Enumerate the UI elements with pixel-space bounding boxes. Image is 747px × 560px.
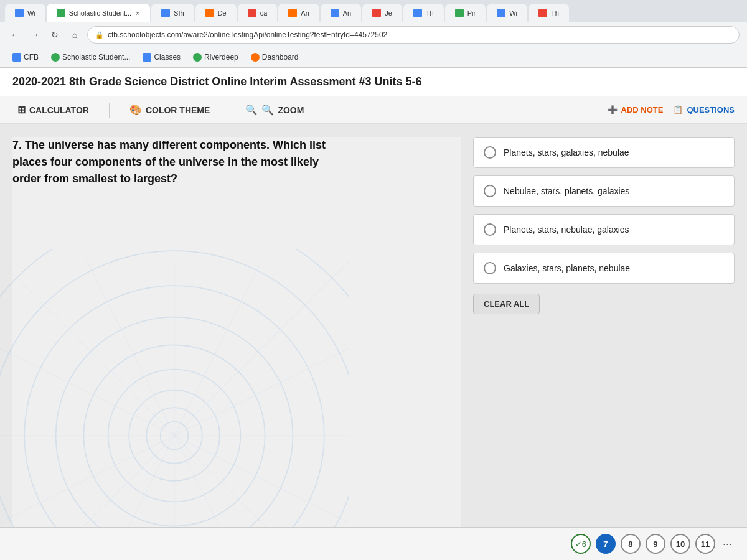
tab-an2[interactable]: An bbox=[321, 4, 361, 22]
tab-th[interactable]: Th bbox=[403, 4, 444, 22]
tab-classes[interactable]: SIh bbox=[151, 4, 194, 22]
bookmark-scholastic[interactable]: Scholastic Student... bbox=[46, 51, 135, 63]
tab-favicon-je bbox=[372, 9, 381, 17]
tab-favicon-de bbox=[205, 9, 214, 17]
calculator-button[interactable]: ⊞ CALCULATOR bbox=[12, 101, 94, 118]
tab-favicon-ca bbox=[248, 9, 256, 17]
bookmark-favicon-dashboard bbox=[251, 53, 260, 62]
tab-scholastic[interactable]: Scholastic Student... ✕ bbox=[47, 4, 150, 22]
tab-favicon-an2 bbox=[331, 9, 339, 17]
test-container: 2020-2021 8th Grade Science District Onl… bbox=[0, 68, 747, 560]
toolbar: ⊞ CALCULATOR 🎨 COLOR THEME 🔍 🔍 ZOOM ➕ AD… bbox=[0, 96, 747, 124]
toolbar-divider-1 bbox=[109, 103, 110, 118]
q-nav-6[interactable]: ✓6 bbox=[571, 534, 591, 554]
color-theme-button[interactable]: 🎨 COLOR THEME bbox=[125, 101, 215, 118]
answer-text-b: Nebulae, stars, planets, galaxies bbox=[504, 186, 629, 196]
bookmarks-bar: CFB Scholastic Student... Classes Riverd… bbox=[0, 47, 747, 67]
question-right: Planets, stars, galaxies, nebulae Nebula… bbox=[473, 137, 735, 548]
add-note-button[interactable]: ➕ ADD NOTE bbox=[608, 105, 664, 114]
tab-bar: Wi Scholastic Student... ✕ SIh De ca An … bbox=[0, 0, 747, 22]
tab-je[interactable]: Je bbox=[362, 4, 402, 22]
answer-text-c: Planets, stars, nebulae, galaxies bbox=[504, 225, 629, 235]
q-nav-11[interactable]: 11 bbox=[695, 534, 715, 554]
radio-c[interactable] bbox=[484, 223, 496, 236]
radio-a[interactable] bbox=[484, 146, 496, 159]
toolbar-divider-2 bbox=[230, 103, 230, 118]
questions-button[interactable]: 📋 QUESTIONS bbox=[673, 105, 735, 114]
reload-button[interactable]: ↻ bbox=[47, 27, 62, 42]
bookmark-label-classes: Classes bbox=[154, 53, 181, 62]
tab-favicon-an1 bbox=[288, 9, 297, 17]
answer-text-a: Planets, stars, galaxies, nebulae bbox=[504, 147, 629, 157]
tab-de[interactable]: De bbox=[195, 4, 237, 22]
address-text: cfb.schoolobjects.com/aware2/onlineTesti… bbox=[108, 30, 387, 39]
zoom-out-icon[interactable]: 🔍 bbox=[245, 104, 258, 116]
color-theme-icon: 🎨 bbox=[129, 104, 142, 116]
tab-favicon-pir bbox=[455, 9, 464, 17]
forward-button[interactable]: → bbox=[27, 27, 42, 42]
bookmark-classes[interactable]: Classes bbox=[138, 51, 186, 63]
calculator-icon: ⊞ bbox=[17, 104, 26, 116]
tab-th2[interactable]: Th bbox=[529, 4, 569, 22]
q-nav-7[interactable]: 7 bbox=[596, 534, 616, 554]
tab-favicon-wi bbox=[15, 9, 24, 17]
clear-all-button[interactable]: CLEAR ALL bbox=[473, 294, 540, 314]
q-nav-8[interactable]: 8 bbox=[621, 534, 641, 554]
answer-option-a[interactable]: Planets, stars, galaxies, nebulae bbox=[473, 137, 735, 168]
tab-wi2[interactable]: Wi bbox=[487, 4, 527, 22]
answer-option-b[interactable]: Nebulae, stars, planets, galaxies bbox=[473, 175, 735, 207]
bookmark-dashboard[interactable]: Dashboard bbox=[246, 51, 304, 63]
tab-favicon-scholastic bbox=[57, 9, 65, 17]
tab-favicon-classes bbox=[161, 9, 170, 17]
calculator-label: CALCULATOR bbox=[29, 105, 89, 115]
questions-label: QUESTIONS bbox=[687, 105, 735, 114]
tab-favicon-th bbox=[413, 9, 422, 17]
address-bar-row: ← → ↻ ⌂ 🔒 cfb.schoolobjects.com/aware2/o… bbox=[0, 22, 747, 47]
q-nav-9[interactable]: 9 bbox=[646, 534, 665, 554]
tab-ca[interactable]: ca bbox=[238, 4, 278, 22]
bookmark-label-scholastic: Scholastic Student... bbox=[62, 53, 130, 62]
bookmark-label-riverdeep: Riverdeep bbox=[204, 53, 238, 62]
zoom-group: 🔍 🔍 ZOOM bbox=[245, 104, 304, 116]
toolbar-right: ➕ ADD NOTE 📋 QUESTIONS bbox=[608, 105, 735, 114]
address-bar[interactable]: 🔒 cfb.schoolobjects.com/aware2/onlineTes… bbox=[87, 26, 740, 44]
answer-option-c[interactable]: Planets, stars, nebulae, galaxies bbox=[473, 214, 735, 245]
question-area: 7. The universe has many different compo… bbox=[0, 124, 747, 560]
question-left: 7. The universe has many different compo… bbox=[12, 137, 461, 548]
bookmark-riverdeep[interactable]: Riverdeep bbox=[188, 51, 243, 63]
zoom-label: ZOOM bbox=[278, 105, 304, 115]
color-theme-label: COLOR THEME bbox=[146, 105, 210, 115]
question-text: 7. The universe has many different compo… bbox=[12, 137, 336, 187]
test-header: 2020-2021 8th Grade Science District Onl… bbox=[0, 68, 747, 96]
radio-b[interactable] bbox=[484, 185, 496, 197]
test-title: 2020-2021 8th Grade Science District Onl… bbox=[12, 75, 422, 88]
lock-icon: 🔒 bbox=[95, 31, 104, 39]
answer-text-d: Galaxies, stars, planets, nebulae bbox=[504, 263, 630, 273]
radio-d[interactable] bbox=[484, 262, 496, 274]
add-note-label: ADD NOTE bbox=[621, 105, 664, 114]
back-button[interactable]: ← bbox=[7, 27, 22, 42]
tab-an1[interactable]: An bbox=[278, 4, 319, 22]
q-nav-dots: ··· bbox=[723, 538, 732, 551]
bookmark-favicon-riverdeep bbox=[193, 53, 202, 62]
tab-pir[interactable]: Pir bbox=[445, 4, 486, 22]
tab-favicon-wi2 bbox=[497, 9, 505, 17]
bookmark-favicon-scholastic bbox=[51, 53, 60, 62]
tab-wi[interactable]: Wi bbox=[5, 4, 45, 22]
bookmark-label-cfb: CFB bbox=[24, 53, 39, 62]
browser-chrome: Wi Scholastic Student... ✕ SIh De ca An … bbox=[0, 0, 747, 68]
answer-option-d[interactable]: Galaxies, stars, planets, nebulae bbox=[473, 253, 735, 284]
bookmark-cfb[interactable]: CFB bbox=[7, 51, 44, 63]
zoom-in-icon[interactable]: 🔍 bbox=[261, 104, 274, 116]
add-note-icon: ➕ bbox=[608, 105, 618, 114]
bookmark-label-dashboard: Dashboard bbox=[262, 53, 299, 62]
q-nav-10[interactable]: 10 bbox=[670, 534, 690, 554]
bottom-nav: ✓6 7 8 9 10 11 ··· bbox=[0, 527, 747, 560]
tab-favicon-th2 bbox=[538, 9, 547, 17]
home-button[interactable]: ⌂ bbox=[67, 27, 82, 42]
bookmark-favicon-classes bbox=[143, 53, 151, 62]
tab-close-icon[interactable]: ✕ bbox=[135, 10, 140, 17]
questions-icon: 📋 bbox=[673, 105, 683, 114]
bookmark-favicon-cfb bbox=[12, 53, 21, 62]
